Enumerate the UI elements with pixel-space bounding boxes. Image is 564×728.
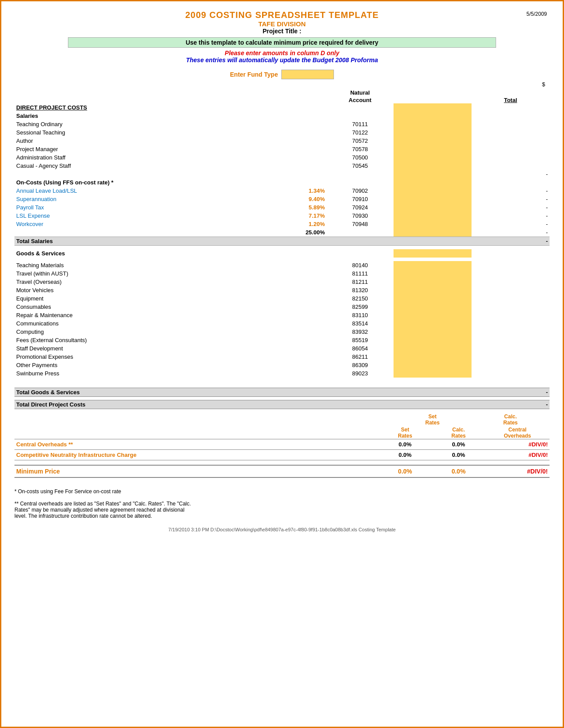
salaries-label: Salaries [14, 112, 271, 120]
table-row: Communications 83514 [14, 319, 550, 328]
central-overheads-header: SetRates Calc.Rates [14, 413, 550, 427]
central-overheads-row: Central Overheads ** 0.0% 0.0% #DIV/0! [14, 439, 550, 449]
min-price-set: 0.0% [378, 465, 432, 477]
comp-neutrality-row: Competitive Neutrality Infrastructure Ch… [14, 449, 550, 460]
page: 5/5/2009 2009 COSTING SPREADSHEET TEMPLA… [0, 0, 564, 728]
natural-header: Natural [326, 88, 394, 96]
goods-header-row: Goods & Services [14, 249, 550, 258]
total-salaries-label: Total Salaries [14, 237, 271, 246]
table-row: Author 70572 [14, 137, 550, 145]
direct-costs-header: DIRECT PROJECT COSTS [14, 103, 550, 112]
dollar-header: $ [14, 81, 550, 88]
table-row: Repair & Maintenance 83110 [14, 311, 550, 319]
footer-path: 7/19/2010 3:10 PM D:\Docstoc\Working\pdf… [14, 527, 550, 532]
fund-type-label: Enter Fund Type [230, 71, 278, 78]
table-row: Fees (External Consultants) 85519 [14, 336, 550, 344]
goods-input-0[interactable] [394, 261, 472, 269]
table-row: Swinburne Press 89023 [14, 369, 550, 378]
goods-input-13[interactable] [394, 369, 472, 378]
blue-note: These entries will automatically update … [14, 57, 550, 64]
date-display: 5/5/2009 [526, 11, 547, 17]
table-row: Administration Staff 70500 [14, 153, 550, 162]
goods-input-8[interactable] [394, 328, 472, 336]
oncost-input-1[interactable] [394, 195, 472, 203]
table-row: Workcover 1.20% 70948 - [14, 220, 550, 228]
oncost-input-3[interactable] [394, 212, 472, 220]
minimum-price-label: Minimum Price [14, 465, 261, 477]
central-table: SetRates Calc.Rates CentralOverheads Cen… [14, 427, 550, 478]
total-goods-value: - [472, 388, 550, 397]
minimum-price-row: Minimum Price 0.0% 0.0% #DIV/0! [14, 465, 550, 477]
oncosts-subtotal-row: 25.00% - [14, 228, 550, 237]
central-col-headers: SetRates Calc.Rates CentralOverheads [14, 427, 550, 439]
salaries-header-row: Salaries [14, 112, 550, 120]
goods-input-11[interactable] [394, 353, 472, 361]
goods-input-9[interactable] [394, 336, 472, 344]
table-row: Sessional Teaching 70122 [14, 128, 550, 137]
total-header: Total [472, 96, 550, 103]
oncost-input-2[interactable] [394, 203, 472, 212]
main-title: 2009 COSTING SPREADSHEET TEMPLATE [14, 10, 550, 20]
table-row: Staff Development 86054 [14, 344, 550, 353]
oncost-input-4[interactable] [394, 220, 472, 228]
footnotes: * On-costs using Fee For Service on-cost… [14, 488, 550, 519]
header-section: 2009 COSTING SPREADSHEET TEMPLATE TAFE D… [14, 10, 550, 35]
table-row: Teaching Materials 80140 [14, 261, 550, 269]
goods-input-3[interactable] [394, 286, 472, 294]
goods-label: Goods & Services [14, 249, 271, 258]
salary-input-5[interactable] [394, 162, 472, 170]
project-title: Project Title : [14, 28, 550, 35]
salary-input-4[interactable] [394, 153, 472, 162]
salary-input-0[interactable] [394, 120, 472, 128]
table-row: Annual Leave Load/LSL 1.34% 70902 - [14, 187, 550, 195]
table-row: Payroll Tax 5.89% 70924 - [14, 203, 550, 212]
table-row: Travel (Overseas) 81211 [14, 278, 550, 286]
total-salaries-row: Total Salaries - [14, 237, 550, 246]
total-salaries-value: - [472, 237, 550, 246]
goods-input-5[interactable] [394, 303, 472, 311]
column-header-row2: Account Total [14, 96, 550, 103]
salary-input-2[interactable] [394, 137, 472, 145]
table-row: Travel (within AUST) 81111 [14, 269, 550, 278]
oncosts-label: On-Costs (Using FFS on-cost rate) * [14, 178, 271, 187]
goods-input-6[interactable] [394, 311, 472, 319]
central-set-rate: 0.0% [378, 439, 432, 449]
red-note: Please enter amounts in column D only [14, 49, 550, 57]
min-price-calc: 0.0% [432, 465, 485, 477]
table-row: LSL Expense 7.17% 70930 - [14, 212, 550, 220]
central-value: #DIV/0! [485, 439, 550, 449]
account-header: Account [326, 96, 394, 103]
footnote-1: * On-costs using Fee For Service on-cost… [14, 488, 550, 495]
table-row: Promotional Expenses 86211 [14, 353, 550, 361]
min-price-value: #DIV/0! [485, 465, 550, 477]
goods-input-12[interactable] [394, 361, 472, 369]
total-goods-label: Total Goods & Services [14, 388, 271, 397]
goods-input-7[interactable] [394, 319, 472, 328]
salary-input-3[interactable] [394, 145, 472, 153]
table-row: Casual - Agency Staff 70545 [14, 162, 550, 170]
fund-type-input[interactable] [281, 70, 334, 79]
direct-costs-label: DIRECT PROJECT COSTS [14, 103, 271, 112]
table-row: Equipment 82150 [14, 294, 550, 303]
central-calc-rate: 0.0% [432, 439, 485, 449]
central-overheads-label: Central Overheads ** [14, 439, 261, 449]
goods-input-10[interactable] [394, 344, 472, 353]
spacer [14, 246, 550, 249]
table-row: Other Payments 86309 [14, 361, 550, 369]
comp-calc-rate: 0.0% [432, 449, 485, 460]
main-table: Natural Account Total DIRECT PROJECT COS… [14, 88, 550, 427]
table-row: Motor Vehicles 81320 [14, 286, 550, 294]
sub-title: TAFE DIVISION [14, 20, 550, 28]
fund-type-row: Enter Fund Type [14, 70, 550, 79]
goods-input-2[interactable] [394, 278, 472, 286]
comp-value: #DIV/0! [485, 449, 550, 460]
goods-input-4[interactable] [394, 294, 472, 303]
salary-input-1[interactable] [394, 128, 472, 137]
goods-input-1[interactable] [394, 269, 472, 278]
comp-neutrality-label: Competitive Neutrality Infrastructure Ch… [14, 449, 261, 460]
oncosts-header-row: On-Costs (Using FFS on-cost rate) * [14, 178, 550, 187]
table-row: Consumables 82599 [14, 303, 550, 311]
instruction-box: Use this template to calculate minimum p… [68, 37, 496, 48]
table-row: Project Manager 70578 [14, 145, 550, 153]
oncost-input-0[interactable] [394, 187, 472, 195]
